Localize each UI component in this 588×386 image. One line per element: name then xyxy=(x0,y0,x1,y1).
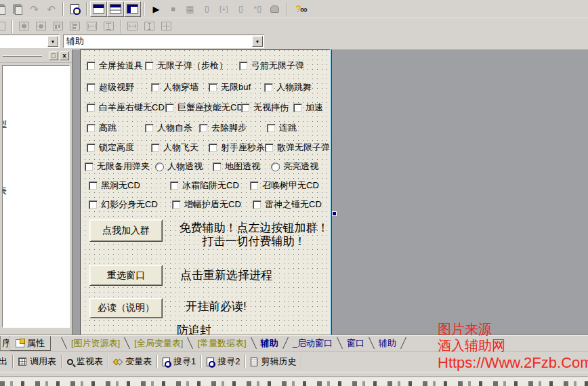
help-find-icon[interactable]: ?∞ xyxy=(290,1,313,17)
step-into-icon[interactable]: {} xyxy=(198,1,215,17)
form-checkbox[interactable]: 人物自杀 xyxy=(145,122,192,134)
space-across-icon[interactable] xyxy=(83,18,100,34)
checkbox-icon[interactable] xyxy=(151,83,160,92)
form-checkbox[interactable]: 地图透视 xyxy=(213,160,260,173)
form-checkbox[interactable]: 无限buf xyxy=(209,81,251,93)
checkbox-icon[interactable] xyxy=(293,104,302,112)
checkbox-icon[interactable] xyxy=(87,83,96,92)
step-out-icon[interactable]: {} xyxy=(232,1,249,17)
layout-split-icon[interactable] xyxy=(107,1,124,17)
checkbox-icon[interactable] xyxy=(87,62,96,70)
tab-assist[interactable]: 辅助 xyxy=(377,337,398,349)
panel-tab-properties[interactable]: 属性 xyxy=(9,336,51,351)
tree-item-fragment[interactable]: 型 xyxy=(2,119,7,131)
debug-window-icon[interactable]: ▦ xyxy=(182,1,198,17)
form-checkbox[interactable]: 人物跳舞 xyxy=(264,81,312,93)
checkbox-icon[interactable] xyxy=(145,124,154,133)
checkbox-icon[interactable] xyxy=(87,124,96,133)
checkbox-icon[interactable] xyxy=(151,144,160,152)
checkbox-icon[interactable] xyxy=(239,62,248,70)
form-checkbox[interactable]: 去除脚步 xyxy=(199,122,247,134)
pause-hand-icon[interactable] xyxy=(266,1,283,17)
checkbox-icon[interactable] xyxy=(253,200,261,209)
form-checkbox[interactable]: 增幅护盾无CD xyxy=(172,198,241,211)
tab-assist-selected[interactable]: 辅助 xyxy=(259,337,280,349)
window-combobox[interactable]: 辅助 ▼ xyxy=(63,35,264,48)
checkbox-icon[interactable] xyxy=(145,62,154,70)
checkbox-icon[interactable] xyxy=(250,181,259,190)
form-checkbox[interactable]: 无限备用弹夹 xyxy=(85,160,150,173)
layout-grid-icon[interactable] xyxy=(124,1,141,17)
form-radio[interactable]: 亮亮透视 xyxy=(271,160,318,173)
radio-icon[interactable] xyxy=(155,163,164,171)
library-combobox[interactable]: ▼ xyxy=(0,35,60,48)
readme-button[interactable]: 必读（说明） xyxy=(89,298,163,318)
same-height-icon[interactable] xyxy=(141,18,158,34)
step-over-icon[interactable]: {+} xyxy=(215,1,232,17)
form-checkbox[interactable]: 高跳 xyxy=(87,122,117,134)
form-checkbox[interactable]: 全屏捡道具 xyxy=(87,60,143,72)
checkbox-icon[interactable] xyxy=(170,181,179,190)
form-checkbox[interactable]: 弓箭无限子弹 xyxy=(239,60,304,72)
resize-handle[interactable] xyxy=(332,211,337,216)
panel-tab-program[interactable]: 序 xyxy=(0,336,9,351)
align-center-v-icon[interactable] xyxy=(33,18,49,34)
checkbox-icon[interactable] xyxy=(199,124,208,133)
align-top-icon[interactable] xyxy=(49,18,66,34)
checkbox-icon[interactable] xyxy=(267,124,276,133)
align-left-icon[interactable] xyxy=(66,18,83,34)
output-tab-clipped[interactable]: 出 xyxy=(0,353,12,370)
form-checkbox[interactable]: 幻影分身无CD xyxy=(89,198,158,211)
checkbox-icon[interactable] xyxy=(89,181,98,190)
search2-button[interactable]: 搜寻2 xyxy=(202,353,245,370)
chevron-down-icon[interactable]: ▼ xyxy=(252,36,263,47)
form-checkbox[interactable]: 超级视野 xyxy=(87,81,134,93)
clipped-copy-icon[interactable] xyxy=(0,1,9,17)
watch-table-button[interactable]: 监视表 xyxy=(62,353,108,370)
checkbox-icon[interactable] xyxy=(265,144,274,152)
same-size-icon[interactable] xyxy=(158,18,175,34)
form-checkbox[interactable]: 连跳 xyxy=(267,122,297,134)
search1-button[interactable]: 搜寻1 xyxy=(158,353,201,370)
checkbox-icon[interactable] xyxy=(264,83,273,92)
reselect-window-button[interactable]: 重选窗口 xyxy=(89,265,163,286)
clipped-align-icon[interactable] xyxy=(0,18,9,34)
align-center-h-icon[interactable] xyxy=(16,18,33,34)
form-checkbox[interactable]: 人物穿墙 xyxy=(151,81,198,93)
checkbox-icon[interactable] xyxy=(241,104,250,112)
checkbox-icon[interactable] xyxy=(89,200,98,209)
radio-icon[interactable] xyxy=(271,163,280,171)
checkbox-icon[interactable] xyxy=(165,104,174,112)
form-checkbox[interactable]: 雷神之锤无CD xyxy=(253,198,322,211)
run-to-cursor-icon[interactable]: *{} xyxy=(249,1,266,17)
form-radio[interactable]: 人物透视 xyxy=(155,160,203,173)
same-width-icon[interactable] xyxy=(124,18,141,34)
tab-constant-data[interactable]: [常量数据表] xyxy=(195,337,248,349)
form-checkbox[interactable]: 无视摔伤 xyxy=(241,102,289,114)
form-checkbox[interactable]: 射手座秒杀 xyxy=(209,142,265,154)
checkbox-icon[interactable] xyxy=(209,83,217,92)
checkbox-icon[interactable] xyxy=(209,144,217,152)
join-group-button[interactable]: 点我加入群 xyxy=(89,219,163,242)
maximize-icon[interactable]: □ xyxy=(49,51,58,60)
undo-icon[interactable]: ↶ xyxy=(43,1,60,17)
call-table-button[interactable]: 调用表 xyxy=(14,353,61,370)
tab-global-variables[interactable]: [全局变量表] xyxy=(132,337,185,349)
clip-history-button[interactable]: 剪辑历史 xyxy=(246,353,301,370)
form-checkbox[interactable]: 无限子弹（步枪） xyxy=(145,60,228,72)
form-checkbox[interactable]: 巨蟹座技能无CD xyxy=(165,102,243,114)
layout-top-icon[interactable] xyxy=(90,1,107,17)
form-checkbox[interactable]: 冰霜陷阱无CD xyxy=(170,179,239,192)
form-checkbox[interactable]: 人物飞天 xyxy=(151,142,198,154)
form-checkbox[interactable]: 白羊座右键无CD xyxy=(87,102,165,114)
chevron-down-icon[interactable]: ▼ xyxy=(47,36,58,47)
form-checkbox[interactable]: 锁定高度 xyxy=(87,142,134,154)
run-icon[interactable]: ▶ xyxy=(148,1,165,17)
tab-image-resources[interactable]: [图片资源表] xyxy=(69,337,122,349)
space-down-icon[interactable] xyxy=(100,18,117,34)
close-icon[interactable]: x xyxy=(60,51,69,60)
variable-table-button[interactable]: 变量表 xyxy=(109,353,156,370)
checkbox-icon[interactable] xyxy=(87,144,96,152)
tab-startup-window[interactable]: _启动窗口 xyxy=(291,337,335,349)
panel-titlebar[interactable]: □ x xyxy=(0,49,72,63)
